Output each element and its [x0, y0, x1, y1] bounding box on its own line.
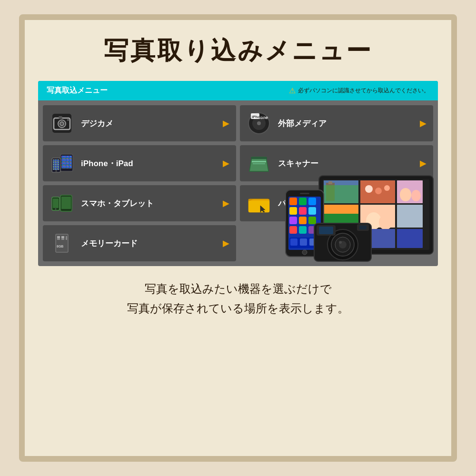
svg-rect-32: [251, 157, 267, 159]
external-media-arrow: ▶: [420, 118, 426, 129]
menu-btn-digicam[interactable]: デジカメ ▶: [43, 105, 236, 141]
app-header-title: 写真取込メニュー: [47, 86, 108, 96]
svg-rect-82: [308, 198, 316, 205]
svg-text:iPhone: iPhone: [252, 115, 265, 119]
svg-rect-80: [289, 198, 297, 205]
svg-rect-81: [299, 198, 307, 205]
svg-point-65: [411, 190, 421, 201]
svg-point-104: [339, 241, 342, 244]
outer-frame: 写真取り込みメニュー 写真取込メニュー ⚠ 必ずパソコンに認識させてから取込んで…: [19, 14, 457, 462]
footer-text: 写真を取込みたい機器を選ぶだけで 写真が保存されている場所を表示します。: [127, 279, 349, 318]
external-media-label: 外部メディア: [278, 118, 416, 129]
memcard-icon: 8GB: [50, 231, 74, 256]
svg-rect-57: [328, 181, 332, 184]
svg-point-60: [365, 185, 373, 193]
menu-grid: デジカメ ▶ iPhone iPhone 外部メディア ▶: [38, 100, 438, 266]
menu-btn-iphone-ipad[interactable]: iPhone・iPad ▶: [43, 145, 236, 181]
svg-point-3: [60, 122, 64, 126]
svg-point-62: [384, 185, 390, 191]
svg-rect-48: [61, 236, 64, 238]
menu-btn-smartphone-tablet[interactable]: スマホ・タブレット ▶: [43, 185, 236, 221]
svg-rect-93: [290, 238, 298, 246]
svg-rect-35: [61, 197, 71, 209]
svg-rect-106: [319, 227, 333, 234]
iphone-icon: [50, 151, 74, 176]
svg-text:8GB: 8GB: [57, 245, 63, 248]
media-icon: iPhone iPhone: [247, 111, 271, 136]
svg-rect-47: [57, 236, 60, 238]
iphone-ipad-arrow: ▶: [223, 158, 229, 169]
svg-rect-87: [299, 217, 307, 224]
iphone-ipad-label: iPhone・iPad: [81, 158, 219, 169]
svg-rect-14: [61, 156, 72, 169]
svg-rect-31: [253, 163, 265, 164]
svg-rect-74: [397, 205, 423, 228]
svg-rect-85: [308, 207, 316, 215]
devices-svg: [238, 171, 438, 266]
page-title: 写真取り込みメニュー: [104, 34, 373, 68]
smartphone-icon: [50, 191, 74, 216]
svg-rect-88: [308, 217, 316, 224]
svg-rect-89: [289, 226, 297, 234]
svg-point-64: [400, 188, 411, 201]
svg-rect-86: [289, 217, 297, 224]
app-header-notice: ⚠ 必ずパソコンに認識させてから取込んでください。: [289, 86, 429, 95]
svg-rect-22: [53, 159, 60, 170]
scanner-label: スキャナー: [278, 158, 416, 169]
device-illustration-area: [240, 225, 433, 261]
svg-rect-98: [300, 193, 309, 194]
menu-btn-memory-card[interactable]: 8GB メモリーカード ▶: [43, 225, 236, 261]
menu-btn-external-media[interactable]: iPhone iPhone 外部メディア ▶: [240, 105, 433, 141]
svg-point-28: [55, 170, 57, 172]
app-window: 写真取込メニュー ⚠ 必ずパソコンに認識させてから取込んでください。: [38, 81, 438, 266]
digicam-label: デジカメ: [81, 118, 219, 129]
smartphone-tablet-label: スマホ・タブレット: [81, 198, 219, 209]
svg-rect-90: [299, 226, 307, 234]
app-header: 写真取込メニュー ⚠ 必ずパソコンに認識させてから取込んでください。: [38, 81, 438, 100]
svg-rect-94: [300, 238, 307, 246]
svg-rect-30: [252, 161, 266, 162]
digicam-arrow: ▶: [223, 118, 229, 129]
svg-rect-84: [299, 207, 307, 215]
svg-rect-46: [66, 236, 67, 240]
svg-point-61: [375, 188, 382, 194]
svg-point-8: [257, 121, 261, 125]
svg-point-38: [55, 208, 57, 210]
memory-card-arrow: ▶: [223, 238, 229, 248]
svg-rect-108: [359, 226, 367, 229]
svg-rect-77: [397, 229, 423, 248]
smartphone-tablet-arrow: ▶: [223, 198, 229, 208]
svg-rect-58: [324, 185, 358, 203]
svg-rect-83: [289, 207, 297, 215]
svg-point-73: [379, 215, 392, 230]
warning-icon: ⚠: [289, 86, 296, 95]
svg-rect-37: [53, 198, 59, 208]
scanner-arrow: ▶: [420, 158, 426, 169]
memory-card-label: メモリーカード: [81, 238, 219, 249]
svg-point-97: [302, 250, 307, 255]
camera-icon: [50, 111, 74, 136]
svg-point-5: [67, 119, 69, 121]
svg-rect-4: [59, 116, 62, 119]
